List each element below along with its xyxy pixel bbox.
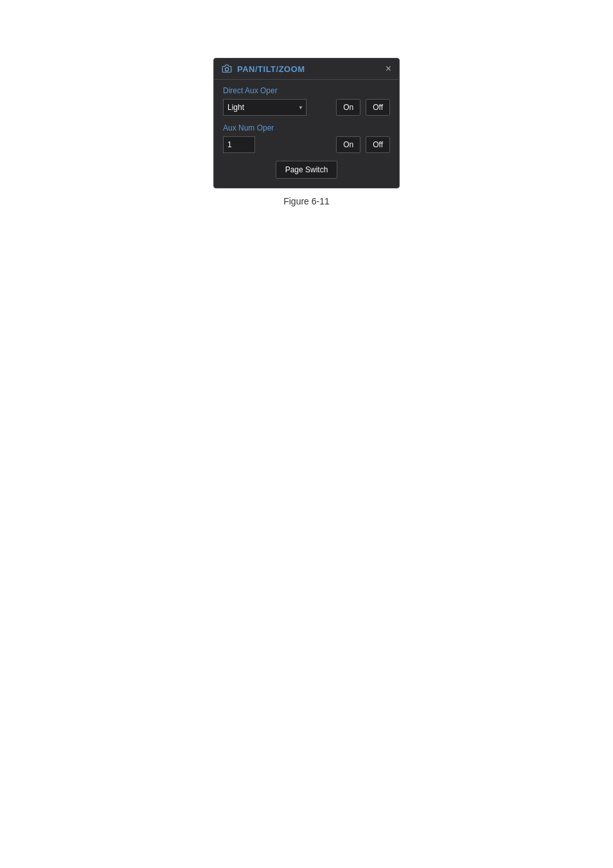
dialog-titlebar: PAN/TILT/ZOOM × (214, 59, 399, 80)
close-button[interactable]: × (384, 64, 393, 74)
aux-num-label: Aux Num Oper (223, 123, 390, 132)
svg-point-0 (225, 68, 228, 71)
aux-num-off-button[interactable]: Off (366, 136, 390, 153)
light-select-wrapper[interactable]: Light Wiper Heater (223, 99, 306, 116)
aux-num-input[interactable] (223, 136, 255, 153)
bottom-section: Page Switch (223, 161, 390, 179)
direct-aux-on-button[interactable]: On (336, 99, 360, 116)
direct-aux-off-button[interactable]: Off (366, 99, 390, 116)
light-select[interactable]: Light Wiper Heater (223, 99, 306, 116)
page-switch-button[interactable]: Page Switch (276, 161, 338, 179)
direct-aux-row: Light Wiper Heater On Off (223, 99, 390, 116)
camera-icon (220, 62, 233, 75)
aux-num-on-button[interactable]: On (336, 136, 360, 153)
titlebar-left: PAN/TILT/ZOOM (220, 62, 305, 75)
dialog-wrapper: PAN/TILT/ZOOM × Direct Aux Oper Light Wi… (213, 58, 400, 206)
dialog-body: Direct Aux Oper Light Wiper Heater On Of… (214, 80, 399, 188)
pan-tilt-zoom-dialog: PAN/TILT/ZOOM × Direct Aux Oper Light Wi… (213, 58, 400, 188)
aux-num-row: On Off (223, 136, 390, 153)
figure-caption: Figure 6-11 (283, 196, 330, 206)
dialog-title: PAN/TILT/ZOOM (237, 64, 305, 74)
direct-aux-label: Direct Aux Oper (223, 86, 390, 95)
